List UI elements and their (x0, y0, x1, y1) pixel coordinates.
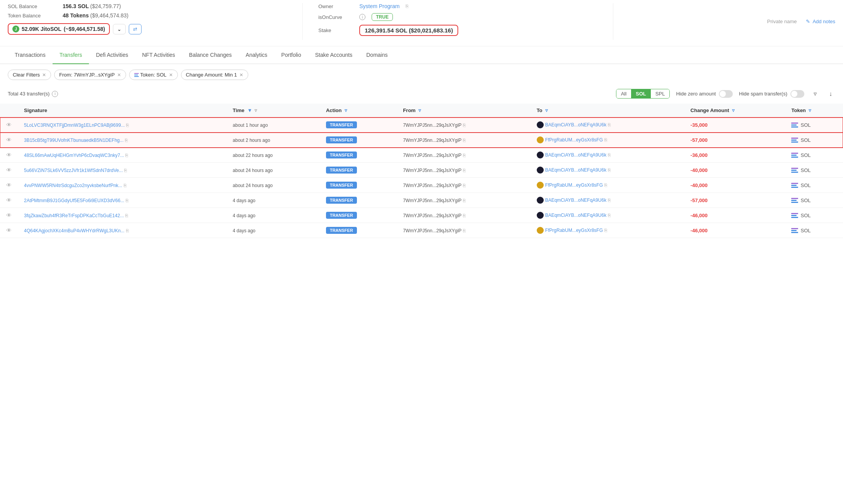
owner-copy-icon[interactable]: ⎘ (406, 3, 408, 9)
sig-copy-icon[interactable]: ⎘ (126, 198, 128, 203)
to-copy-icon[interactable]: ⎘ (608, 213, 611, 218)
filter-icon[interactable]: ▿ (811, 89, 820, 99)
signature-link[interactable]: 3fqZkawZbuh4fR3ReTrFspDPKaCcTbGuE142... (24, 213, 124, 218)
to-addr-icon (537, 167, 544, 174)
to-copy-icon[interactable]: ⎘ (604, 137, 607, 143)
token-col-filter-icon[interactable]: ▿ (809, 107, 811, 113)
eye-icon[interactable]: 👁 (6, 152, 12, 158)
add-notes-button[interactable]: ✎ Add notes (806, 19, 835, 24)
from-copy-icon[interactable]: ⎘ (463, 138, 466, 143)
action-badge: TRANSFER (326, 121, 357, 128)
jito-token-badge[interactable]: J 52.09K JitoSOL (~$9,464,571.58) (8, 23, 110, 35)
signature-link[interactable]: 4vvPNWW5RN4trSdcguZco2nyvksbeNurfPnk... (24, 183, 122, 188)
sig-copy-icon[interactable]: ⎘ (125, 213, 128, 218)
change-filter-icon[interactable]: ▿ (732, 107, 735, 113)
eye-icon[interactable]: 👁 (6, 212, 12, 218)
from-filter-icon[interactable]: ▿ (418, 107, 421, 113)
to-filter-icon[interactable]: ▿ (545, 107, 548, 113)
tab-nft[interactable]: NFT Activities (135, 46, 182, 64)
tab-balance-changes[interactable]: Balance Changes (182, 46, 239, 64)
token-balance-label: Token Balance (8, 13, 50, 19)
sol-token-icon (791, 138, 798, 143)
change-amount-filter-chip[interactable]: Change Amount: Min 1 ✕ (181, 70, 248, 80)
action-badge: TRANSFER (326, 197, 357, 204)
token-dropdown-button[interactable]: ⌄ (113, 24, 126, 34)
eye-icon[interactable]: 👁 (6, 227, 12, 233)
to-copy-icon[interactable]: ⎘ (608, 122, 611, 128)
owner-value[interactable]: System Program (359, 3, 399, 9)
hide-spam-toggle[interactable] (790, 90, 804, 98)
col-from: From ▿ (397, 104, 530, 117)
to-address[interactable]: BAEqmCiAYB...oNEFqA9U6k (545, 122, 607, 128)
sol-token-icon (791, 168, 798, 173)
tab-transactions[interactable]: Transactions (8, 46, 53, 64)
tab-domains[interactable]: Domains (359, 46, 394, 64)
from-copy-icon[interactable]: ⎘ (463, 228, 466, 233)
eye-icon[interactable]: 👁 (6, 137, 12, 143)
from-copy-icon[interactable]: ⎘ (463, 153, 466, 158)
tab-transfers[interactable]: Transfers (53, 46, 89, 64)
sig-copy-icon[interactable]: ⎘ (125, 138, 128, 143)
spl-toggle-btn[interactable]: SPL (651, 89, 670, 98)
from-copy-icon[interactable]: ⎘ (463, 198, 466, 203)
tab-portfolio[interactable]: Portfolio (274, 46, 308, 64)
from-copy-icon[interactable]: ⎘ (463, 168, 466, 173)
to-address[interactable]: BAEqmCiAYB...oNEFqA9U6k (545, 198, 607, 203)
signature-link[interactable]: 5u66VZiN7SLk6VV5zzJVfr1k1WfSdnN7drdVe... (24, 168, 123, 173)
time-filter-icon[interactable]: ▿ (254, 107, 257, 113)
to-copy-icon[interactable]: ⎘ (608, 167, 611, 173)
signature-link[interactable]: 3B15cB5tgT99UVofnKTbunuaedkB5N1DEFhg... (24, 138, 124, 143)
tab-analytics[interactable]: Analytics (239, 46, 274, 64)
hide-zero-toggle[interactable] (719, 90, 733, 98)
action-filter-icon[interactable]: ▿ (345, 107, 347, 113)
change-amount-filter-close[interactable]: ✕ (239, 72, 243, 78)
signature-link[interactable]: 48SL66mAwUqHEHGmYvhP6cDvaqWC3nky7... (24, 153, 124, 158)
col-token: Token ▿ (785, 104, 843, 117)
signature-link[interactable]: 2AtPMtmmB9J1GGdyUf5E5Fo6i9EUXD3dV66... (24, 198, 124, 203)
sol-toggle-btn[interactable]: SOL (631, 89, 651, 98)
to-address[interactable]: FfPrgRabUM...eyGsXr8sFG (545, 182, 603, 188)
col-time: Time ▼ ▿ (227, 104, 320, 117)
send-button[interactable]: ⇄ (129, 24, 142, 34)
sig-copy-icon[interactable]: ⎘ (124, 168, 127, 173)
signature-link[interactable]: 5LoLVC3RNQXTFjjDmnW3g1ELnPC9ABj9699... (24, 123, 125, 128)
to-copy-icon[interactable]: ⎘ (608, 152, 611, 158)
stake-label: Stake (318, 27, 353, 33)
eye-icon[interactable]: 👁 (6, 122, 12, 128)
sig-copy-icon[interactable]: ⎘ (124, 183, 126, 188)
download-icon[interactable]: ↓ (826, 89, 835, 99)
eye-icon[interactable]: 👁 (6, 182, 12, 188)
from-copy-icon[interactable]: ⎘ (463, 183, 466, 188)
to-address[interactable]: BAEqmCiAYB...oNEFqA9U6k (545, 152, 607, 158)
to-copy-icon[interactable]: ⎘ (604, 228, 607, 233)
clear-filters-chip[interactable]: Clear Filters ✕ (8, 70, 51, 80)
signature-link[interactable]: 4Q64KAgjochXKc4mBuP4vWHYdrRWgL3UKn... (24, 228, 125, 233)
eye-icon[interactable]: 👁 (6, 197, 12, 203)
to-address[interactable]: FfPrgRabUM...eyGsXr8sFG (545, 137, 603, 143)
to-address[interactable]: FfPrgRabUM...eyGsXr8sFG (545, 228, 603, 233)
from-copy-icon[interactable]: ⎘ (463, 123, 466, 128)
to-address[interactable]: BAEqmCiAYB...oNEFqA9U6k (545, 167, 607, 173)
from-copy-icon[interactable]: ⎘ (463, 213, 466, 218)
sig-copy-icon[interactable]: ⎘ (125, 153, 128, 158)
from-filter-chip[interactable]: From: 7WmYJP...sXYgiP ✕ (54, 70, 126, 80)
all-toggle-btn[interactable]: All (616, 89, 631, 98)
to-copy-icon[interactable]: ⎘ (608, 198, 611, 203)
eye-icon[interactable]: 👁 (6, 167, 12, 173)
to-address[interactable]: BAEqmCiAYB...oNEFqA9U6k (545, 213, 607, 218)
change-amount-cell: -46,000 (691, 228, 708, 233)
from-address: 7WmYJPJ5nn...29qJsXYgiP (403, 153, 461, 158)
token-filter-close[interactable]: ✕ (169, 72, 173, 78)
iscurve-label: isOnCurve (318, 14, 353, 20)
token-filter-chip[interactable]: Token: SOL ✕ (129, 70, 178, 80)
from-address: 7WmYJPJ5nn...29qJsXYgiP (403, 198, 461, 203)
clear-filters-close[interactable]: ✕ (42, 72, 46, 78)
tab-stake-accounts[interactable]: Stake Accounts (308, 46, 360, 64)
sig-copy-icon[interactable]: ⎘ (126, 228, 129, 233)
tab-defi[interactable]: Defi Activities (89, 46, 135, 64)
from-filter-close[interactable]: ✕ (117, 72, 121, 78)
total-info-icon[interactable]: i (52, 91, 58, 97)
time-sort-icon[interactable]: ▼ (247, 107, 253, 113)
sig-copy-icon[interactable]: ⎘ (126, 123, 129, 128)
to-copy-icon[interactable]: ⎘ (604, 182, 607, 188)
